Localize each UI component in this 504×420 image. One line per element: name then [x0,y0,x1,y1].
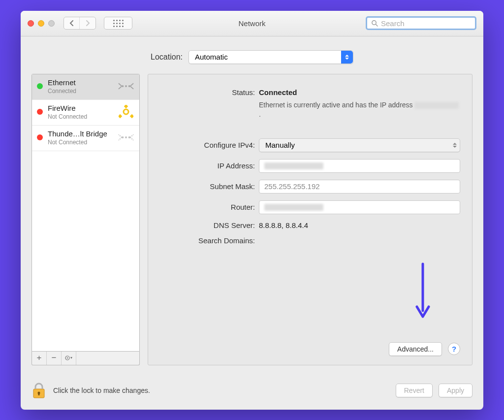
show-all-button[interactable] [104,17,132,30]
search-icon [371,20,378,27]
router-input[interactable] [259,200,460,214]
traffic-lights [28,20,55,27]
svg-point-13 [66,357,67,358]
service-status: Not Connected [48,113,118,120]
sidebar-tools: + − [32,352,140,365]
service-item-thunderbolt[interactable]: Thunde…lt Bridge Not Connected [32,126,139,151]
service-list[interactable]: Ethernet Connected FireWire Not Connecte… [32,74,140,352]
service-item-ethernet[interactable]: Ethernet Connected [32,74,139,100]
minimize-button[interactable] [38,20,44,27]
dropdown-arrows-icon [341,51,353,64]
status-dot-icon [37,109,43,115]
svg-rect-6 [124,105,128,108]
ip-label: IP Address: [153,162,259,170]
content: Ethernet Connected FireWire Not Connecte… [21,74,483,374]
firewire-icon [118,105,134,119]
subnet-mask-input[interactable]: 255.255.255.192 [259,180,460,194]
router-label: Router: [153,203,259,211]
help-button[interactable]: ? [448,343,460,355]
svg-point-11 [128,136,130,138]
remove-service-button[interactable]: − [47,352,62,365]
svg-point-3 [125,85,127,87]
service-status: Connected [48,88,118,95]
svg-point-10 [125,136,127,138]
dns-value: 8.8.8.8, 8.8.4.4 [259,221,460,229]
svg-line-1 [376,24,378,26]
back-button[interactable] [64,17,80,29]
annotation-arrow-icon [413,261,433,321]
service-actions-button[interactable] [62,352,76,365]
dns-label: DNS Server: [153,221,259,229]
grid-icon [113,20,124,27]
add-service-button[interactable]: + [32,352,47,365]
svg-point-5 [124,109,128,114]
ip-address-input[interactable] [259,159,460,173]
configure-ipv4-dropdown[interactable]: Manually [259,138,460,152]
svg-point-2 [122,85,124,87]
svg-point-4 [128,85,130,87]
service-name: Thunde…lt Bridge [48,129,118,138]
location-value: Automatic [195,53,228,61]
footer: Click the lock to make changes. Revert A… [21,374,483,410]
service-name: Ethernet [48,78,118,87]
configure-label: Configure IPv4: [153,141,259,149]
svg-point-9 [122,136,124,138]
service-item-firewire[interactable]: FireWire Not Connected [32,100,139,126]
sidebar: Ethernet Connected FireWire Not Connecte… [32,74,140,365]
close-button[interactable] [28,20,34,27]
chevron-updown-icon [453,143,457,148]
revert-button[interactable]: Revert [396,384,433,397]
location-dropdown[interactable]: Automatic [189,50,353,64]
location-label: Location: [151,53,183,62]
subnet-label: Subnet Mask: [153,182,259,191]
status-info: Ethernet is currently active and has the… [259,100,460,120]
nav-buttons [63,17,96,30]
lock-area[interactable]: Click the lock to make changes. [32,382,150,399]
titlebar: Network [21,11,483,36]
svg-rect-8 [130,114,133,118]
location-row: Location: Automatic [21,36,483,74]
advanced-row: Advanced... ? [153,342,460,356]
service-name: FireWire [48,104,118,112]
forward-button[interactable] [80,17,95,29]
status-value: Connected [259,88,460,97]
gear-icon [64,355,73,361]
apply-button[interactable]: Apply [439,384,472,397]
maximize-button [48,20,55,27]
status-label: Status: [153,88,259,97]
ethernet-icon [118,80,134,92]
status-dot-icon [37,83,43,89]
advanced-button[interactable]: Advanced... [389,342,442,356]
service-status: Not Connected [48,139,118,146]
thunderbolt-icon [118,131,134,143]
detail-panel: Status: Connected Ethernet is currently … [148,74,472,365]
redacted-ip [414,102,459,109]
status-dot-icon [37,134,43,140]
svg-rect-7 [119,114,122,118]
svg-rect-17 [38,393,40,395]
network-prefs-window: Network Location: Automatic Ethernet Con… [21,11,483,410]
lock-icon [32,382,46,399]
search-domains-label: Search Domains: [153,236,259,245]
lock-text: Click the lock to make changes. [53,387,150,394]
search-input[interactable] [381,19,471,28]
search-field[interactable] [366,16,476,30]
